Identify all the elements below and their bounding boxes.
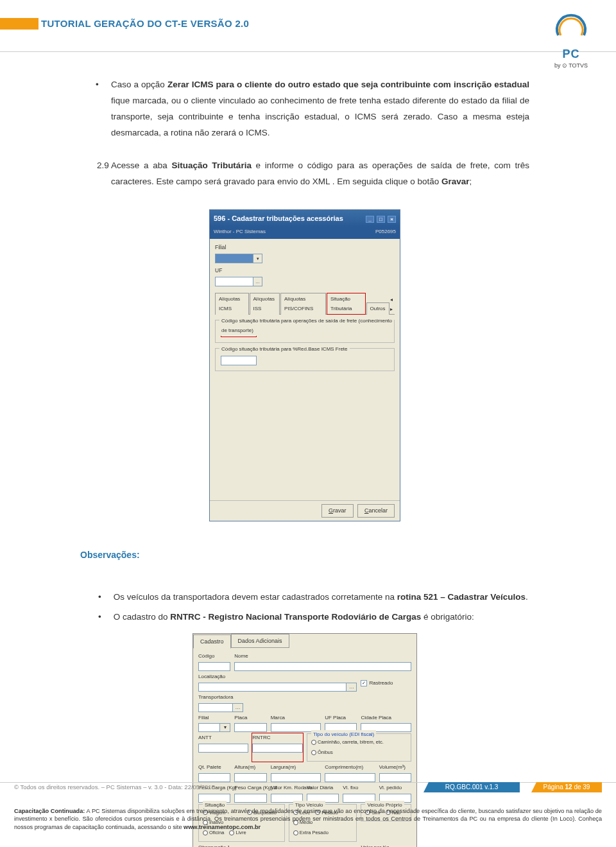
antt-label: ANTT	[198, 733, 248, 743]
page-number: 12	[565, 783, 572, 790]
rntrc-input[interactable]	[252, 744, 303, 753]
logo-swirl-icon	[552, 6, 590, 45]
obs-item-1: Os veículos da transportadora devem esta…	[111, 589, 529, 606]
codigo-label: Código	[198, 652, 230, 661]
ufplaca-label: UF Placa	[325, 713, 357, 723]
footer-code-badge: RQ.GBC.001 v.1.3	[424, 782, 520, 792]
cancelar-button[interactable]: Cancelar	[357, 504, 395, 518]
tipo-veiculo-edi-group: Tipo do veículo (EDI fiscal) Caminhão, c…	[307, 733, 411, 762]
volume-input[interactable]	[379, 773, 411, 782]
t: Os veículos da transportadora devem esta…	[114, 592, 397, 602]
radio-livre[interactable]	[229, 830, 234, 835]
ellipsis-icon[interactable]: …	[233, 703, 243, 712]
subtitle-left: Winthor - PC Sistemas	[214, 227, 266, 237]
obs-item-2: O cadastro do RNTRC - Registro Nacional …	[111, 609, 529, 625]
radio-oficina[interactable]	[203, 830, 208, 835]
t: ;	[470, 177, 472, 186]
transportadora-label: Transportadora	[198, 693, 411, 703]
codigo-input[interactable]	[198, 662, 230, 671]
footer-page-badge: Página 12 de 39	[531, 782, 602, 792]
localizacao-label: Localização	[198, 672, 357, 682]
rastreado-label: Rastreado	[369, 679, 393, 688]
radio-caminhao[interactable]	[311, 740, 316, 745]
transportadora-input[interactable]	[198, 703, 233, 712]
tab-situacao-tributaria[interactable]: Situação Tributária	[327, 293, 366, 315]
t: Página	[543, 783, 565, 790]
chevron-down-icon[interactable]: ▾	[220, 723, 230, 732]
filial-combo[interactable]	[215, 254, 253, 263]
cadastro-tabstrip: Cadastro Dados Adicionais	[193, 634, 416, 649]
t: ravar	[333, 507, 346, 514]
antt-input[interactable]	[198, 744, 248, 753]
largura-input[interactable]	[271, 773, 321, 782]
page-title: TUTORIAL GERAÇÃO DO CT-E VERSÃO 2.0	[41, 18, 249, 29]
t: .	[526, 592, 528, 602]
radio-onibus[interactable]	[311, 750, 316, 755]
bullet-icms-item: • Caso a opção Zerar ICMS para o cliente…	[111, 77, 529, 141]
placa-label: Placa	[234, 713, 266, 723]
comprimento-input[interactable]	[325, 773, 375, 782]
tab-aliquotas-icms[interactable]: Alíquotas ICMS	[215, 293, 249, 315]
tab-aliquotas-pis-cofins[interactable]: Alíquotas PIS/COFINS	[280, 293, 326, 315]
rntrc-label: RNTRC	[252, 733, 303, 743]
ellipsis-icon[interactable]: …	[253, 277, 262, 286]
footer-fine-print: Capacitação Continuada: A PC Sistemas di…	[14, 807, 602, 831]
localizacao-input[interactable]	[198, 683, 346, 692]
cc-link[interactable]: www.treinamentopc.com.br	[184, 824, 261, 830]
cc-title: Capacitação Continuada:	[14, 808, 85, 814]
gravar-button[interactable]: Gravar	[321, 504, 354, 518]
valordiaria-label: Valor Diária	[307, 783, 339, 793]
rastreado-checkbox[interactable]: ✓	[361, 680, 367, 686]
tab-nav-arrows[interactable]: ◂ ▸	[390, 295, 395, 315]
filial-label: Filial	[215, 243, 395, 253]
cc-body: A PC Sistemas disponibiliza soluções em …	[14, 808, 602, 830]
altura-label: Altura(m)	[234, 763, 266, 773]
group1-label: Código situação tributária para operaçõe…	[219, 317, 394, 336]
logo-sub-text: by ⊙ TOTVS	[549, 62, 594, 69]
t: fique marcada, ou o cliente vinculado ao…	[111, 96, 529, 137]
altura-input[interactable]	[234, 773, 266, 782]
nome-input[interactable]	[234, 662, 411, 671]
minimize-icon[interactable]: _	[366, 216, 374, 223]
largura-label: Largura(m)	[271, 763, 321, 773]
button-name-ref: Gravar	[441, 177, 470, 186]
rotina-ref: rotina 521 – Cadastrar Veículos	[397, 592, 526, 602]
cidadeplaca-label: Cidade Placa	[361, 713, 411, 723]
radio-extrapesado[interactable]	[293, 830, 298, 835]
nome-label: Nome	[234, 652, 411, 661]
bullet-icon: •	[96, 77, 99, 93]
uf-input[interactable]	[215, 277, 253, 286]
group2-label: Código situação tributária para %Red.Bas…	[219, 345, 350, 354]
tab-outros[interactable]: Outros	[366, 302, 389, 315]
t: ancelar	[368, 507, 388, 514]
placa-input[interactable]	[234, 723, 266, 732]
window-controls: _ □ ×	[365, 212, 396, 225]
step-number: 2.9	[97, 158, 109, 174]
maximize-icon[interactable]: □	[377, 216, 385, 223]
window-subtitle: Winthor - PC Sistemas P052695	[210, 227, 400, 239]
chevron-down-icon[interactable]: ▾	[253, 254, 262, 263]
rntrc-ref: RNTRC - Registro Nacional Transporte Rod…	[170, 612, 421, 622]
tipo-edi-label: Tipo do veículo (EDI fiscal)	[311, 730, 376, 740]
pesocarga2-label: Peso Carga (Kg).2	[234, 783, 266, 793]
tab-aliquotas-iss[interactable]: Alíquotas ISS	[250, 293, 280, 315]
close-icon[interactable]: ×	[388, 216, 396, 223]
window-title: 596 - Cadastrar tributações acessórias	[214, 212, 343, 225]
vlpedido-label: Vl. pedido	[379, 783, 411, 793]
tab-cadastro[interactable]: Cadastro	[193, 634, 231, 649]
tab-dados-adicionais[interactable]: Dados Adicionais	[231, 634, 289, 649]
filial-input[interactable]	[198, 723, 220, 732]
screenshot-596-window: 596 - Cadastrar tributações acessórias _…	[209, 209, 400, 521]
t: de 39	[572, 783, 590, 790]
footer-copyright: © Todos os direitos reservados. – PC Sis…	[14, 783, 215, 790]
dialog-footer: Gravar Cancelar	[210, 500, 400, 521]
header-divider	[0, 51, 616, 52]
pesocarga2-input[interactable]	[234, 794, 266, 803]
qtpalete-input[interactable]	[198, 773, 230, 782]
step-2-9: 2.9 Acesse a aba Situação Tributária e i…	[111, 158, 529, 190]
ellipsis-icon[interactable]: …	[346, 683, 357, 692]
observacao1-label: Observação 1	[198, 843, 357, 847]
observations-heading: Observações:	[80, 547, 529, 564]
group-codigo-red-base: Código situação tributária para %Red.Bas…	[215, 348, 395, 371]
codigo-red-base-input[interactable]	[221, 356, 257, 365]
